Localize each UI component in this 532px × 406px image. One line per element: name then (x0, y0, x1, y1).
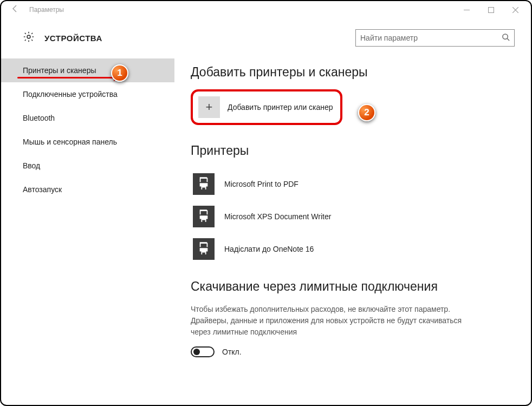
sidebar-item-label: Подключенные устройства (23, 90, 118, 99)
metered-description: Чтобы избежать дополнительных расходов, … (191, 304, 472, 338)
printer-icon (193, 206, 215, 227)
search-icon (502, 33, 510, 43)
metered-toggle[interactable] (191, 346, 215, 357)
printer-item[interactable]: Надіслати до OneNote 16 (191, 233, 515, 265)
sidebar-item-mouse-touchpad[interactable]: Мышь и сенсорная панель (1, 130, 174, 154)
svg-point-5 (503, 34, 508, 39)
sidebar-item-label: Принтеры и сканеры (23, 66, 96, 75)
settings-window: Параметры УСТРОЙСТВА Найти параметр Прин… (0, 0, 532, 406)
svg-point-4 (27, 35, 30, 38)
printer-name: Надіслати до OneNote 16 (224, 245, 314, 253)
search-placeholder: Найти параметр (360, 34, 502, 42)
gear-icon (23, 31, 35, 45)
printer-item[interactable]: Microsoft Print to PDF (191, 168, 515, 200)
sidebar-item-label: Мышь и сенсорная панель (23, 137, 117, 146)
svg-rect-1 (489, 7, 494, 12)
plus-icon: + (198, 96, 220, 118)
metered-toggle-label: Откл. (222, 348, 242, 356)
printer-name: Microsoft Print to PDF (224, 180, 299, 188)
search-input[interactable]: Найти параметр (355, 29, 515, 47)
minimize-button[interactable] (455, 2, 479, 17)
sidebar-item-typing[interactable]: Ввод (1, 154, 174, 178)
printer-item[interactable]: Microsoft XPS Document Writer (191, 200, 515, 233)
sidebar-item-connected-devices[interactable]: Подключенные устройства (1, 82, 174, 106)
printer-icon (193, 173, 215, 195)
sidebar-item-bluetooth[interactable]: Bluetooth (1, 106, 174, 130)
window-title: Параметры (26, 6, 64, 14)
annotation-callout-2: 2 (358, 104, 375, 121)
printer-icon (193, 238, 215, 260)
section-heading-printers: Принтеры (191, 143, 515, 158)
titlebar: Параметры (1, 1, 531, 18)
sidebar-item-autoplay[interactable]: Автозапуск (1, 178, 174, 201)
add-printer-label: Добавить принтер или сканер (228, 103, 333, 112)
section-heading-metered: Скачивание через лимитные подключения (191, 279, 440, 294)
printer-name: Microsoft XPS Document Writer (224, 212, 331, 221)
annotation-callout-1: 1 (111, 64, 128, 82)
sidebar: Принтеры и сканеры Подключенные устройст… (1, 52, 174, 400)
close-button[interactable] (503, 2, 528, 17)
back-button[interactable] (4, 4, 26, 15)
sidebar-item-label: Ввод (23, 161, 40, 170)
maximize-button[interactable] (479, 2, 503, 17)
sidebar-item-printers-scanners[interactable]: Принтеры и сканеры (1, 58, 174, 82)
sidebar-item-label: Bluetooth (23, 114, 55, 122)
svg-line-6 (507, 38, 509, 41)
add-printer-button[interactable]: + Добавить принтер или сканер (191, 89, 342, 125)
annotation-underline (17, 77, 115, 78)
section-heading-add: Добавить принтеры и сканеры (191, 65, 515, 80)
page-title: УСТРОЙСТВА (44, 34, 102, 43)
sidebar-item-label: Автозапуск (23, 185, 62, 194)
content: Добавить принтеры и сканеры + Добавить п… (174, 52, 531, 400)
header: УСТРОЙСТВА Найти параметр (1, 18, 531, 52)
